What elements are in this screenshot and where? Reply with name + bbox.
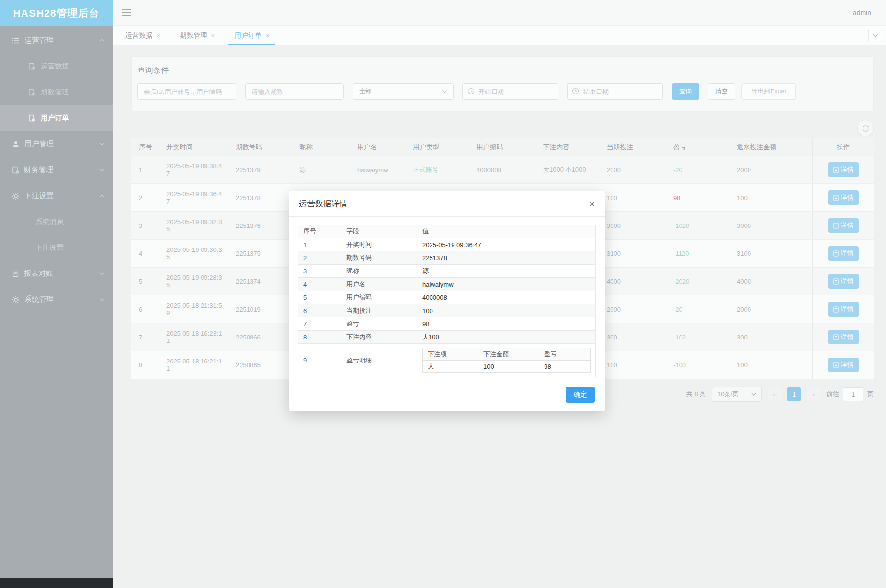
tab-label: 用户订单 [234,31,262,40]
total-count: 共 8 条 [686,390,706,399]
col-header: 开奖时间 [159,143,228,152]
cell-value: 2251378 [417,251,595,265]
sidebar-item-label: 系统消息 [35,217,64,226]
hamburger-menu-icon[interactable] [122,9,131,16]
end-date-input[interactable] [567,83,663,100]
detail-table: 序号 字段 值 1 开奖时间 2025-05-19 09:36:47 2 期数号… [298,225,596,377]
chevron-up-icon [99,39,105,42]
sidebar-item-report-reconciliation[interactable]: 报表对账 [0,261,113,287]
period-input[interactable] [245,83,344,100]
sidebar-item-finance-management[interactable]: 财务管理 [0,157,113,183]
cell-field: 昵称 [341,265,417,278]
sidebar-item-label: 下注设置 [35,243,64,252]
filter-row: 全部 查询 清空 导出到Excel [137,83,867,100]
cell-field: 盈亏明细 [341,344,417,377]
sidebar-item-system-management[interactable]: 系统管理 [0,287,113,313]
cell-profit-loss: -1020 [665,219,729,232]
document-gear-icon [28,114,36,122]
col-header: 字段 [341,225,417,238]
cell-value: 源 [417,265,595,278]
tab-period-management[interactable]: 期数管理 × [174,26,221,45]
close-icon[interactable]: × [211,32,215,39]
cell-rebate: 2000 [729,163,812,177]
detail-button[interactable]: 详情 [828,302,859,317]
sidebar-item-system-messages[interactable]: 系统消息 [0,209,113,235]
cell-period: 2251376 [228,219,292,232]
detail-button[interactable]: 详情 [828,274,859,289]
member-search-input[interactable] [137,83,236,100]
filter-panel: 查询条件 全部 查询 清空 导出到Excel [131,56,874,111]
cell-period: 2251375 [228,247,292,260]
cell-draw-time: 2025-05-19 09:32:35 [159,215,228,236]
page-size-select[interactable]: 10条/页 [712,387,762,402]
next-page-button[interactable]: › [807,387,820,401]
cell-bet-amount: 100 [599,359,665,372]
detail-button[interactable]: 详情 [828,358,859,372]
cell-period: 2251374 [228,275,292,288]
start-date-picker[interactable] [462,83,558,100]
end-date-picker[interactable] [567,83,663,100]
cell-index: 5 [131,275,159,288]
sidebar-item-user-management[interactable]: 用户管理 [0,131,113,157]
sidebar-item-period-management[interactable]: 期数管理 [0,79,113,105]
tab-operations-data[interactable]: 运营数据 × [119,26,166,45]
clear-button[interactable]: 清空 [708,83,735,100]
cell-profit-loss: -100 [665,359,729,372]
sidebar-collapse-bar[interactable] [0,578,113,588]
type-select[interactable]: 全部 [353,83,454,100]
query-button[interactable]: 查询 [672,83,699,100]
cell-field: 下注内容 [341,331,417,344]
detail-button-label: 详情 [841,193,854,202]
cell-draw-time: 2025-05-19 09:38:47 [159,159,228,180]
start-date-input[interactable] [462,83,558,100]
detail-button[interactable]: 详情 [828,330,859,344]
detail-button[interactable]: 详情 [828,190,859,205]
cell-profit-loss: -102 [665,331,729,344]
confirm-button[interactable]: 确定 [566,387,595,403]
sidebar-nav: 运营管理 运营数据 期数管理 用户订单 用户管理 财务管理 下注设置 [0,26,113,313]
sidebar: HASH28管理后台 运营管理 运营数据 期数管理 用户订单 用户管理 财务管理 [0,0,113,588]
sidebar-item-label: 期数管理 [41,88,69,97]
cell-index: 2 [298,251,341,265]
detail-button[interactable]: 详情 [828,246,859,261]
col-header: 下注金额 [478,348,539,361]
filter-title: 查询条件 [137,66,867,76]
prev-page-button[interactable]: ‹ [768,387,781,401]
sidebar-item-operations-data[interactable]: 运营数据 [0,53,113,79]
sidebar-item-bet-settings[interactable]: 下注设置 [0,235,113,261]
cell-value: 下注项 下注金额 盈亏 大 100 98 [417,344,595,377]
detail-button-label: 详情 [841,277,854,286]
sidebar-item-operations[interactable]: 运营管理 [0,27,113,53]
goto-label: 前往 [826,390,839,399]
user-menu[interactable]: admin [853,9,871,17]
close-icon[interactable]: × [589,199,595,209]
tab-user-orders[interactable]: 用户订单 × [228,26,275,45]
cell-bet-amount: 3000 [599,219,665,232]
col-header: 下注项 [423,348,478,361]
modal-body: 序号 字段 值 1 开奖时间 2025-05-19 09:36:47 2 期数号… [289,217,605,382]
cell-value: 100 [417,304,595,317]
goto-page-input[interactable] [843,387,863,401]
page-number-button[interactable]: 1 [787,387,801,401]
cell-bet-amount: 100 [599,191,665,204]
tab-overflow-button[interactable] [868,29,882,42]
sidebar-item-bet-settings-group[interactable]: 下注设置 [0,183,113,209]
sidebar-item-user-orders[interactable]: 用户订单 [0,105,113,131]
export-excel-button[interactable]: 导出到Excel [741,83,796,100]
cell-rebate: 3100 [729,247,812,260]
document-gear-icon [28,89,36,96]
detail-button[interactable]: 详情 [828,162,859,177]
close-icon[interactable]: × [157,32,160,39]
close-icon[interactable]: × [266,32,270,39]
refresh-button[interactable] [857,120,874,136]
detail-row: 2 期数号码 2251378 [298,251,595,265]
cell-index: 7 [298,317,341,331]
cell-draw-time: 2025-05-19 09:36:47 [159,187,228,208]
cell-draw-time: 2025-05-18 21:31:59 [159,299,228,319]
cell-value: 大100 [417,331,595,344]
cell-profit-loss: 98 [665,191,729,204]
detail-button[interactable]: 详情 [828,218,859,233]
top-header: admin [113,0,886,26]
col-header: 序号 [131,143,159,152]
chevron-down-icon [99,168,105,172]
